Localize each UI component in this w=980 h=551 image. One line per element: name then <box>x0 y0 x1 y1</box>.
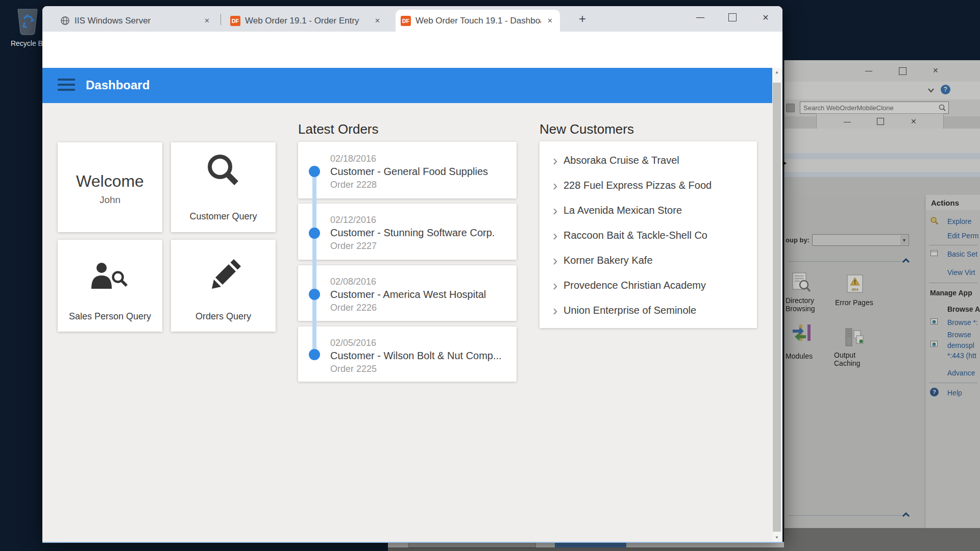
window-close-button[interactable]: ✕ <box>754 6 777 29</box>
basic-settings-icon <box>930 249 939 257</box>
action-browse-line1[interactable]: Browse <box>947 331 971 339</box>
output-caching-icon[interactable] <box>843 327 865 349</box>
tab-title: Web Order Touch 19.1 - Dashboa <box>415 16 541 26</box>
sales-person-query-tile[interactable]: Sales Person Query <box>58 240 162 332</box>
action-explore[interactable]: Explore <box>947 217 971 226</box>
hamburger-bar <box>58 79 75 81</box>
iis-minimize-button[interactable]: — <box>865 67 872 74</box>
iis-band <box>785 159 980 172</box>
action-basic-settings[interactable]: Basic Set <box>947 250 977 258</box>
action-edit-permissions[interactable]: Edit Perm <box>947 232 978 240</box>
tab-close-icon[interactable]: ✕ <box>202 16 212 26</box>
chevron-up-icon[interactable] <box>902 512 910 517</box>
chevron-up-icon[interactable] <box>902 258 910 263</box>
welcome-tile[interactable]: Welcome John <box>58 142 162 232</box>
divider <box>929 245 977 245</box>
tab-web-order-entry[interactable]: DF Web Order 19.1 - Order Entry ✕ <box>225 10 387 32</box>
customer-row[interactable]: › Raccoon Bait & Tackle-Shell Co <box>540 223 757 248</box>
feature-label[interactable]: Output Caching <box>834 351 877 367</box>
group-by-dropdown[interactable]: ▾ <box>812 234 909 246</box>
action-advanced-settings[interactable]: Advance <box>947 369 975 377</box>
hamburger-menu-button[interactable] <box>58 77 78 94</box>
tab-web-order-touch-dashboard[interactable]: DF Web Order Touch 19.1 - Dashboa ✕ <box>396 10 560 32</box>
customer-row[interactable]: › La Avenida Mexican Store <box>540 198 757 223</box>
iis-band <box>785 129 980 153</box>
trash-can-icon <box>14 5 41 37</box>
iis-actions-pane: Actions Explore Edit Perm Basic Set View… <box>926 195 980 528</box>
scrollbar-thumb[interactable] <box>773 83 781 532</box>
tab-title: Web Order 19.1 - Order Entry <box>245 16 369 26</box>
new-tab-button[interactable]: + <box>575 11 590 27</box>
order-card[interactable]: 02/12/2016 Customer - Stunning Software … <box>298 204 517 260</box>
dialog-maximize-button[interactable] <box>877 118 884 125</box>
actions-browse-header: Browse A <box>947 305 980 313</box>
order-customer: Customer - America West Hospital <box>330 289 486 300</box>
action-help[interactable]: Help <box>947 389 962 397</box>
order-customer: Customer - General Food Supplies <box>330 166 488 178</box>
order-date: 02/18/2016 <box>330 154 376 164</box>
modules-icon[interactable] <box>791 323 813 343</box>
welcome-name: John <box>58 194 162 206</box>
pencil-icon <box>207 254 241 291</box>
dialog-minimize-button[interactable]: — <box>844 118 851 125</box>
order-card[interactable]: 02/08/2016 Customer - America West Hospi… <box>298 265 517 321</box>
latest-orders-title: Latest Orders <box>298 121 379 137</box>
tab-iis-windows-server[interactable]: IIS Windows Server ✕ <box>55 10 217 32</box>
help-icon[interactable]: ? <box>941 85 950 94</box>
order-card[interactable]: 02/18/2016 Customer - General Food Suppl… <box>298 142 517 198</box>
actions-header: Actions <box>926 195 980 210</box>
tab-close-icon[interactable]: ✕ <box>373 16 382 26</box>
dialog-close-button[interactable]: ✕ <box>911 118 917 125</box>
scroll-down-arrow[interactable]: ▼ <box>772 533 781 542</box>
person-search-icon <box>88 261 132 294</box>
feature-label[interactable]: Modules <box>786 352 834 360</box>
df-favicon: DF <box>230 16 240 26</box>
chevron-down-icon[interactable] <box>927 88 935 93</box>
customer-name: Provedence Christian Academy <box>564 280 706 291</box>
customer-row[interactable]: › Union Enterprise of Seminole <box>540 298 757 323</box>
action-browse-line3[interactable]: *:443 (htt <box>947 352 976 360</box>
order-number: Order 2228 <box>330 180 377 190</box>
browse-website-icon <box>930 340 939 348</box>
df-favicon: DF <box>401 16 411 26</box>
iis-maximize-button[interactable] <box>899 67 906 75</box>
feature-label[interactable]: Directory Browsing <box>786 296 834 313</box>
customer-row[interactable]: › 228 Fuel Express Pizzas & Food <box>540 173 757 198</box>
order-number: Order 2227 <box>330 241 377 252</box>
error-pages-icon[interactable]: 404 <box>844 274 866 294</box>
timeline-dot <box>309 166 320 177</box>
action-view-virtual-directories[interactable]: View Virt <box>947 268 975 277</box>
tab-title: IIS Windows Server <box>75 16 198 26</box>
action-browse-80[interactable]: Browse *: <box>947 318 978 327</box>
page-scrollbar[interactable]: ▲ ▼ <box>772 68 781 542</box>
background-selection-bar <box>555 543 626 547</box>
window-minimize-button[interactable]: — <box>689 6 712 29</box>
action-browse-line2[interactable]: demospl <box>947 341 974 349</box>
background-window-edge <box>784 528 980 551</box>
dropdown-arrow-icon[interactable]: ▾ <box>900 235 908 245</box>
customer-name: Union Enterprise of Seminole <box>564 305 696 316</box>
customer-row[interactable]: › Korner Bakery Kafe <box>540 248 757 273</box>
search-icon[interactable] <box>939 104 946 112</box>
back-mini-icon[interactable] <box>786 104 795 112</box>
directory-browsing-icon[interactable] <box>791 272 812 294</box>
tab-close-icon[interactable]: ✕ <box>545 16 555 26</box>
orders-query-tile[interactable]: Orders Query <box>171 240 276 332</box>
explore-icon <box>930 216 939 226</box>
order-card[interactable]: 02/05/2016 Customer - Wilson Bolt & Nut … <box>298 327 517 382</box>
iis-search-box[interactable]: Search WebOrderMobileClone <box>800 102 949 114</box>
tile-label: Customer Query <box>171 211 276 222</box>
iis-close-button[interactable]: ✕ <box>933 67 939 74</box>
customer-row[interactable]: › Absoraka Cruise & Travel <box>540 148 757 173</box>
customer-row[interactable]: › Provedence Christian Academy <box>540 273 757 298</box>
customer-name: Korner Bakery Kafe <box>564 255 653 266</box>
feature-label[interactable]: Error Pages <box>835 298 891 307</box>
timeline-dot <box>309 349 320 360</box>
customer-query-tile[interactable]: Customer Query <box>171 142 276 232</box>
timeline-dot <box>309 289 320 300</box>
iis-manager-window: — ✕ ? Search WebOrderMobileClone — ✕ <box>784 60 980 528</box>
scroll-up-arrow[interactable]: ▲ <box>772 68 781 77</box>
new-customers-card: › Absoraka Cruise & Travel › 228 Fuel Ex… <box>540 141 757 328</box>
browser-toolbar: demosplf.dataaccess.com/WebOrderMobileCl… <box>42 32 782 68</box>
window-maximize-button[interactable] <box>721 6 744 29</box>
